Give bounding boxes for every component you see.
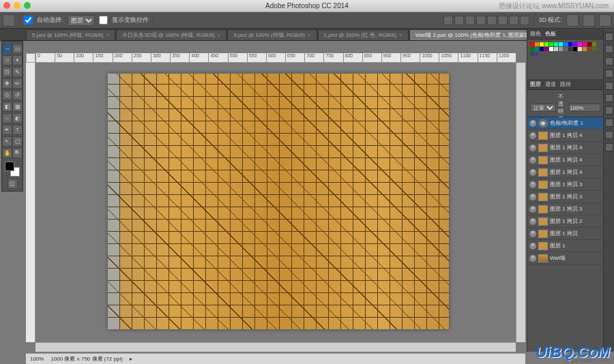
3d-orbit-icon[interactable] xyxy=(566,14,579,27)
visibility-icon[interactable]: 👁 xyxy=(529,120,536,127)
status-caret-icon[interactable]: ▸ xyxy=(130,356,132,362)
swatch[interactable] xyxy=(568,47,572,51)
eyedropper-tool[interactable]: ✎ xyxy=(12,67,23,77)
hand-tool[interactable]: ✋ xyxy=(2,148,12,158)
opacity-input[interactable] xyxy=(569,104,600,112)
close-icon[interactable]: × xyxy=(308,32,311,38)
layer-row[interactable]: 👁图层 1 拷贝 xyxy=(527,228,603,240)
3d-pan-icon[interactable] xyxy=(583,14,595,27)
align-center-v-icon[interactable] xyxy=(487,16,497,25)
tab-channels[interactable]: 通道 xyxy=(545,80,556,88)
vertical-ruler[interactable] xyxy=(26,63,35,342)
tab-swatches[interactable]: 色板 xyxy=(545,30,556,37)
auto-select-checkbox[interactable] xyxy=(24,16,33,25)
move-tool[interactable]: ↔ xyxy=(2,44,12,54)
visibility-icon[interactable]: 👁 xyxy=(529,243,536,249)
styles-panel-icon[interactable] xyxy=(605,106,613,115)
tab-layers[interactable]: 图层 xyxy=(530,80,541,88)
swatch[interactable] xyxy=(549,47,553,51)
layer-thumbnail[interactable] xyxy=(538,254,548,262)
layer-thumbnail[interactable] xyxy=(538,181,548,189)
layer-row[interactable]: 👁图层 1 拷贝 4 xyxy=(527,142,603,154)
actions-panel-icon[interactable] xyxy=(605,45,613,53)
layer-row[interactable]: 👁Wall墙 xyxy=(527,252,603,264)
layer-row[interactable]: 👁色相/饱和度 1 xyxy=(527,117,603,130)
swatch[interactable] xyxy=(592,47,596,51)
visibility-icon[interactable]: 👁 xyxy=(529,145,536,151)
swatch[interactable] xyxy=(583,42,587,46)
swatch[interactable] xyxy=(573,42,577,46)
swatch[interactable] xyxy=(549,42,553,46)
brushes-panel-icon[interactable] xyxy=(605,94,613,102)
swatch[interactable] xyxy=(559,42,563,46)
swatch[interactable] xyxy=(592,42,596,46)
swatch[interactable] xyxy=(544,47,549,51)
tab-paths[interactable]: 路径 xyxy=(560,80,571,88)
swatch[interactable] xyxy=(535,42,539,46)
document-tab[interactable]: 1.psd @ 100% (红 色, RGB/8)× xyxy=(318,29,409,40)
swatch[interactable] xyxy=(568,42,572,46)
shape-tool[interactable]: ▢ xyxy=(12,136,23,147)
layer-thumbnail[interactable] xyxy=(538,156,548,164)
align-top-icon[interactable] xyxy=(476,16,486,25)
layer-thumbnail[interactable] xyxy=(538,144,548,152)
ruler-origin[interactable] xyxy=(26,53,35,63)
history-panel-icon[interactable] xyxy=(605,33,613,41)
swatch[interactable] xyxy=(578,47,582,51)
horizontal-ruler[interactable]: 0501001502002503003504004505005506006507… xyxy=(35,53,516,63)
layer-row[interactable]: 👁图层 1 拷贝 3 xyxy=(527,179,603,191)
stamp-tool[interactable]: ⊙ xyxy=(2,90,12,100)
foreground-color[interactable] xyxy=(5,162,14,171)
visibility-icon[interactable]: 👁 xyxy=(529,218,536,225)
eraser-tool[interactable]: ◧ xyxy=(2,102,12,112)
visibility-icon[interactable]: 👁 xyxy=(529,194,536,200)
align-left-icon[interactable] xyxy=(443,16,453,25)
layer-row[interactable]: 👁图层 1 拷贝 4 xyxy=(527,166,603,179)
path-select-tool[interactable]: ↖ xyxy=(2,136,12,147)
pen-tool[interactable]: ✒ xyxy=(2,125,12,135)
blur-tool[interactable]: ○ xyxy=(2,113,12,123)
layer-row[interactable]: 👁图层 1 拷贝 3 xyxy=(527,191,603,203)
show-transform-checkbox[interactable] xyxy=(99,16,108,25)
align-right-icon[interactable] xyxy=(465,16,475,25)
crop-tool[interactable]: ⊡ xyxy=(2,67,12,77)
heal-tool[interactable]: ✚ xyxy=(2,78,12,89)
gradient-tool[interactable]: ▦ xyxy=(12,102,23,112)
swatch[interactable] xyxy=(573,47,577,51)
layer-thumbnail[interactable] xyxy=(538,205,548,213)
zoom-tool[interactable]: 🔍 xyxy=(12,148,23,158)
visibility-icon[interactable]: 👁 xyxy=(529,255,536,262)
layer-thumbnail[interactable] xyxy=(538,193,548,201)
document-tab[interactable]: 今日头条3D缩 @ 100% (特填, RGB/8)× xyxy=(116,29,226,40)
auto-select-dropdown[interactable]: 图层 xyxy=(68,15,95,26)
info-panel-icon[interactable] xyxy=(605,131,613,139)
swatch[interactable] xyxy=(559,47,563,51)
swatch[interactable] xyxy=(564,47,568,51)
history-brush-tool[interactable]: ↺ xyxy=(12,90,23,100)
swatch[interactable] xyxy=(530,47,534,51)
layer-row[interactable]: 👁图层 1 拷贝 4 xyxy=(527,154,603,166)
dodge-tool[interactable]: ◐ xyxy=(12,113,23,123)
document-tab[interactable]: 3.psd @ 100% (特填, RGB/8)× xyxy=(227,29,317,40)
document-tab[interactable]: 5.psd @ 100% (特填, RGB/8)× xyxy=(26,29,115,40)
character-panel-icon[interactable] xyxy=(605,70,613,78)
brush-tool[interactable]: ✏ xyxy=(12,78,23,89)
layer-row[interactable]: 👁图层 1 拷贝 4 xyxy=(527,130,603,142)
visibility-icon[interactable]: 👁 xyxy=(529,132,536,139)
close-icon[interactable] xyxy=(3,2,10,9)
distribute-h-icon[interactable] xyxy=(509,16,518,25)
swatch[interactable] xyxy=(544,42,549,46)
swatch[interactable] xyxy=(540,42,544,46)
layer-thumbnail[interactable] xyxy=(538,230,548,238)
swatch[interactable] xyxy=(554,42,558,46)
swatch[interactable] xyxy=(530,42,534,46)
swatch[interactable] xyxy=(587,47,591,51)
visibility-icon[interactable]: 👁 xyxy=(529,157,536,164)
properties-panel-icon[interactable] xyxy=(605,57,613,65)
vertical-scrollbar[interactable] xyxy=(516,63,525,342)
minimize-icon[interactable] xyxy=(14,2,20,9)
layer-thumbnail[interactable] xyxy=(538,242,548,250)
layer-thumbnail[interactable] xyxy=(538,217,548,226)
document-info[interactable]: 1000 像素 x 750 像素 (72 ppi) xyxy=(50,355,122,363)
move-tool-icon[interactable] xyxy=(3,14,15,27)
